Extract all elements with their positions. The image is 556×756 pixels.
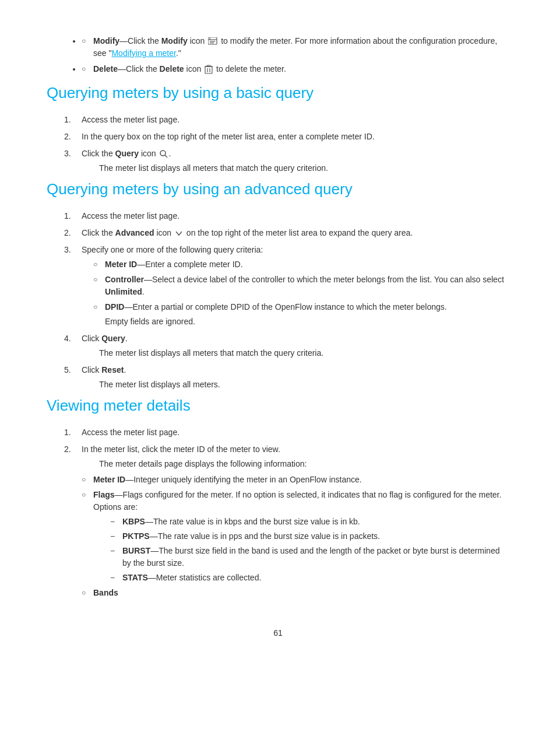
section3-step2-text: In the meter list, click the meter ID of… bbox=[82, 444, 280, 454]
page-number: 61 bbox=[273, 628, 283, 638]
intro-delete-item: Delete—Click the Delete icon to delete t… bbox=[82, 63, 509, 75]
section3-kbps-item: KBPS—The rate value is in kbps and the b… bbox=[111, 516, 509, 528]
section1-step3: 3. Click the Query icon . The meter list… bbox=[64, 148, 509, 174]
section3-bands-item: Bands bbox=[82, 587, 509, 599]
advanced-icon bbox=[175, 230, 183, 236]
section3-pktps-item: PKTPS—The rate value is in pps and the b… bbox=[111, 530, 509, 542]
section2-step3: 3. Specify one or more of the following … bbox=[64, 244, 509, 328]
section2-controller-item: Controller—Select a device label of the … bbox=[93, 274, 509, 298]
section1-step2-text: In the query box on the top right of the… bbox=[82, 132, 375, 141]
section3-flags-subitems: KBPS—The rate value is in kbps and the b… bbox=[111, 516, 509, 584]
section1-step1: 1. Access the meter list page. bbox=[64, 114, 509, 126]
section2-step4: 4. Click Query. The meter list displays … bbox=[64, 332, 509, 359]
section2-heading: Querying meters by using an advanced que… bbox=[47, 180, 509, 198]
section3-step1-text: Access the meter list page. bbox=[82, 428, 180, 437]
modifying-meter-link[interactable]: Modifying a meter bbox=[111, 48, 176, 58]
section2-step2-text: Click the Advanced icon on the top right… bbox=[82, 228, 413, 237]
section1-steps: 1. Access the meter list page. 2. In the… bbox=[64, 114, 509, 174]
section2-step4-note: The meter list displays all meters that … bbox=[99, 347, 509, 359]
section3-steps: 1. Access the meter list page. 2. In the… bbox=[64, 426, 509, 599]
section3-heading: Viewing meter details bbox=[47, 397, 509, 415]
delete-icon bbox=[205, 65, 213, 74]
svg-rect-7 bbox=[207, 65, 210, 66]
section2-step2: 2. Click the Advanced icon on the top ri… bbox=[64, 227, 509, 239]
intro-delete-label: Delete—Click the Delete icon to delete t… bbox=[93, 64, 286, 74]
section2-step1: 1. Access the meter list page. bbox=[64, 210, 509, 222]
section3-meterid-item: Meter ID—Integer uniquely identifying th… bbox=[82, 474, 509, 486]
section3-step1: 1. Access the meter list page. bbox=[64, 426, 509, 439]
intro-modify-item: Modify—Click the Modify icon to modify t… bbox=[82, 35, 509, 60]
section1-heading: Querying meters by using a basic query bbox=[47, 84, 509, 102]
section1-step2: 2. In the query box on the top right of … bbox=[64, 131, 509, 143]
section2-dpid-note: Empty fields are ignored. bbox=[105, 316, 509, 328]
svg-line-11 bbox=[165, 155, 167, 158]
section3-step2-subitems: Meter ID—Integer uniquely identifying th… bbox=[82, 474, 509, 599]
section2-step5: 5. Click Reset. The meter list displays … bbox=[64, 364, 509, 391]
section2-step3-text: Specify one or more of the following que… bbox=[82, 245, 263, 254]
modify-icon bbox=[208, 37, 217, 46]
section2-steps: 1. Access the meter list page. 2. Click … bbox=[64, 210, 509, 391]
section1-step3-note: The meter list displays all meters that … bbox=[99, 162, 509, 174]
section2-step1-text: Access the meter list page. bbox=[82, 211, 180, 220]
query-icon bbox=[160, 150, 168, 158]
page-footer: 61 bbox=[47, 628, 509, 638]
section3-burst-item: BURST—The burst size field in the band i… bbox=[111, 545, 509, 569]
section1-step3-text: Click the Query icon . bbox=[82, 149, 171, 158]
svg-rect-5 bbox=[205, 66, 212, 74]
section2-step3-subitems: Meter ID—Enter a complete meter ID. Cont… bbox=[93, 258, 509, 328]
intro-bullet-list: Modify—Click the Modify icon to modify t… bbox=[82, 35, 509, 75]
section2-dpid-item: DPID—Enter a partial or complete DPID of… bbox=[93, 301, 509, 328]
section2-step5-text: Click Reset. bbox=[82, 365, 126, 374]
section3-stats-item: STATS—Meter statistics are collected. bbox=[111, 572, 509, 584]
section3-flags-item: Flags—Flags configured for the meter. If… bbox=[82, 489, 509, 584]
section2-step5-note: The meter list displays all meters. bbox=[99, 379, 509, 391]
section1-step1-text: Access the meter list page. bbox=[82, 115, 180, 124]
section3-step2: 2. In the meter list, click the meter ID… bbox=[64, 443, 509, 599]
section2-meter-id-item: Meter ID—Enter a complete meter ID. bbox=[93, 258, 509, 271]
section2-step4-text: Click Query. bbox=[82, 334, 128, 343]
section3-step2-note: The meter details page displays the foll… bbox=[99, 458, 509, 470]
intro-modify-label: Modify—Click the Modify icon to modify t… bbox=[93, 36, 497, 58]
svg-rect-0 bbox=[208, 37, 217, 44]
svg-point-10 bbox=[160, 150, 166, 156]
